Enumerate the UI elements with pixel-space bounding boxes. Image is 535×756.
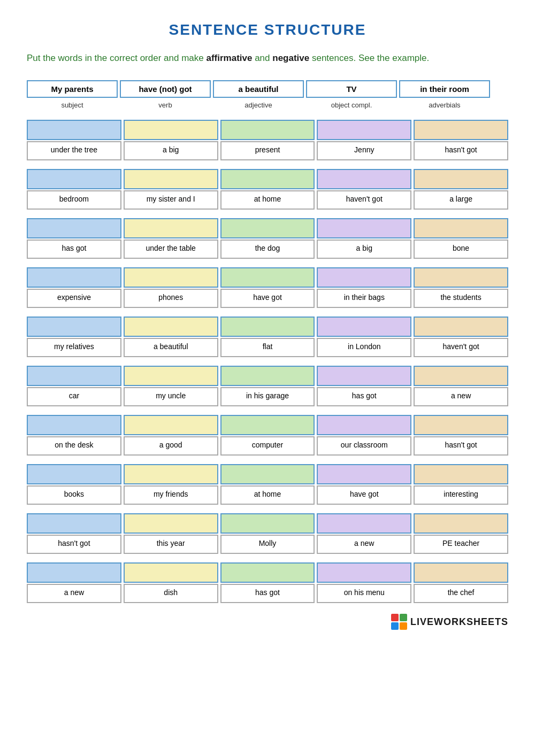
input-cell-7-0[interactable]: [27, 464, 121, 484]
input-cell-8-4[interactable]: [414, 513, 508, 534]
label-adverbials: adverbials: [399, 100, 490, 110]
scramble-section-2: has gotunder the tablethe doga bigbone: [27, 218, 508, 259]
input-cell-1-3[interactable]: [317, 169, 411, 189]
input-cell-0-2[interactable]: [220, 120, 315, 140]
input-cell-8-3[interactable]: [317, 513, 411, 534]
input-cell-5-1[interactable]: [124, 366, 218, 386]
instructions: Put the words in the correct order and m…: [27, 51, 508, 65]
input-cell-8-1[interactable]: [124, 513, 218, 534]
word-cell-3-2: have got: [220, 289, 315, 308]
word-cell-0-0: under the tree: [27, 141, 121, 160]
input-cell-1-2[interactable]: [220, 169, 315, 189]
input-cell-0-4[interactable]: [414, 120, 508, 140]
input-cell-9-0[interactable]: [27, 562, 121, 583]
input-row-1: [27, 169, 508, 189]
input-cell-4-1[interactable]: [124, 317, 218, 337]
input-cell-9-3[interactable]: [317, 562, 411, 583]
example-cell-5: in their room: [399, 80, 490, 98]
scramble-section-6: on the deska goodcomputerour classroomha…: [27, 415, 508, 456]
word-cell-1-1: my sister and I: [124, 190, 218, 210]
input-cell-2-0[interactable]: [27, 218, 121, 238]
input-cell-5-0[interactable]: [27, 366, 121, 386]
input-cell-4-2[interactable]: [220, 317, 315, 337]
scramble-section-9: a newdishhas goton his menuthe chef: [27, 562, 508, 603]
input-cell-9-1[interactable]: [124, 562, 218, 583]
word-cell-8-3: a new: [317, 535, 411, 554]
input-cell-2-3[interactable]: [317, 218, 411, 238]
input-cell-8-2[interactable]: [220, 513, 315, 534]
input-cell-0-3[interactable]: [317, 120, 411, 140]
word-cell-5-1: my uncle: [124, 387, 218, 406]
input-cell-2-1[interactable]: [124, 218, 218, 238]
word-cell-3-0: expensive: [27, 289, 121, 308]
input-cell-7-4[interactable]: [414, 464, 508, 484]
word-cell-1-3: haven't got: [317, 190, 411, 210]
input-cell-2-4[interactable]: [414, 218, 508, 238]
input-cell-4-4[interactable]: [414, 317, 508, 337]
input-cell-0-1[interactable]: [124, 120, 218, 140]
input-row-7: [27, 464, 508, 484]
input-cell-9-4[interactable]: [414, 562, 508, 583]
input-cell-3-0[interactable]: [27, 267, 121, 288]
word-cell-2-1: under the table: [124, 240, 218, 259]
word-cell-6-1: a good: [124, 436, 218, 456]
input-row-9: [27, 562, 508, 583]
footer: LIVEWORKSHEETS: [27, 614, 508, 631]
word-cell-9-2: has got: [220, 584, 315, 603]
word-cell-5-3: has got: [317, 387, 411, 406]
word-cell-1-4: a large: [414, 190, 508, 210]
word-cell-7-4: interesting: [414, 485, 508, 505]
input-cell-7-3[interactable]: [317, 464, 411, 484]
word-cell-5-4: a new: [414, 387, 508, 406]
scramble-section-5: carmy unclein his garagehas gota new: [27, 366, 508, 406]
example-row: My parents have (not) got a beautiful TV…: [27, 80, 508, 98]
word-row-0: under the treea bigpresentJennyhasn't go…: [27, 141, 508, 160]
word-row-3: expensivephoneshave gotin their bagsthe …: [27, 289, 508, 308]
scramble-section-1: bedroommy sister and Iat homehaven't got…: [27, 169, 508, 210]
input-cell-6-4[interactable]: [414, 415, 508, 435]
word-cell-8-4: PE teacher: [414, 535, 508, 554]
word-cell-1-2: at home: [220, 190, 315, 210]
scramble-section-4: my relativesa beautifulflatin Londonhave…: [27, 317, 508, 357]
input-cell-2-2[interactable]: [220, 218, 315, 238]
word-cell-7-1: my friends: [124, 485, 218, 505]
word-row-6: on the deska goodcomputerour classroomha…: [27, 436, 508, 456]
word-cell-0-3: Jenny: [317, 141, 411, 160]
input-cell-0-0[interactable]: [27, 120, 121, 140]
input-row-3: [27, 267, 508, 288]
input-cell-7-2[interactable]: [220, 464, 315, 484]
input-cell-9-2[interactable]: [220, 562, 315, 583]
word-cell-3-4: the students: [414, 289, 508, 308]
example-cell-2: have (not) got: [120, 80, 211, 98]
input-cell-5-3[interactable]: [317, 366, 411, 386]
input-cell-8-0[interactable]: [27, 513, 121, 534]
input-cell-3-2[interactable]: [220, 267, 315, 288]
input-cell-4-0[interactable]: [27, 317, 121, 337]
input-row-8: [27, 513, 508, 534]
input-cell-6-2[interactable]: [220, 415, 315, 435]
example-cell-1: My parents: [27, 80, 118, 98]
word-cell-9-4: the chef: [414, 584, 508, 603]
input-cell-1-0[interactable]: [27, 169, 121, 189]
scramble-section-3: expensivephoneshave gotin their bagsthe …: [27, 267, 508, 308]
input-cell-3-1[interactable]: [124, 267, 218, 288]
input-cell-4-3[interactable]: [317, 317, 411, 337]
word-cell-9-1: dish: [124, 584, 218, 603]
page-title: SENTENCE STRUCTURE: [27, 21, 508, 38]
word-row-2: has gotunder the tablethe doga bigbone: [27, 240, 508, 259]
input-cell-3-4[interactable]: [414, 267, 508, 288]
input-cell-6-1[interactable]: [124, 415, 218, 435]
scramble-section-0: under the treea bigpresentJennyhasn't go…: [27, 120, 508, 160]
input-cell-1-4[interactable]: [414, 169, 508, 189]
label-object: object compl.: [306, 100, 397, 110]
input-cell-6-0[interactable]: [27, 415, 121, 435]
input-cell-7-1[interactable]: [124, 464, 218, 484]
input-cell-3-3[interactable]: [317, 267, 411, 288]
word-cell-7-3: have got: [317, 485, 411, 505]
input-cell-1-1[interactable]: [124, 169, 218, 189]
input-cell-5-2[interactable]: [220, 366, 315, 386]
input-cell-5-4[interactable]: [414, 366, 508, 386]
word-cell-6-3: our classroom: [317, 436, 411, 456]
input-cell-6-3[interactable]: [317, 415, 411, 435]
word-row-5: carmy unclein his garagehas gota new: [27, 387, 508, 406]
